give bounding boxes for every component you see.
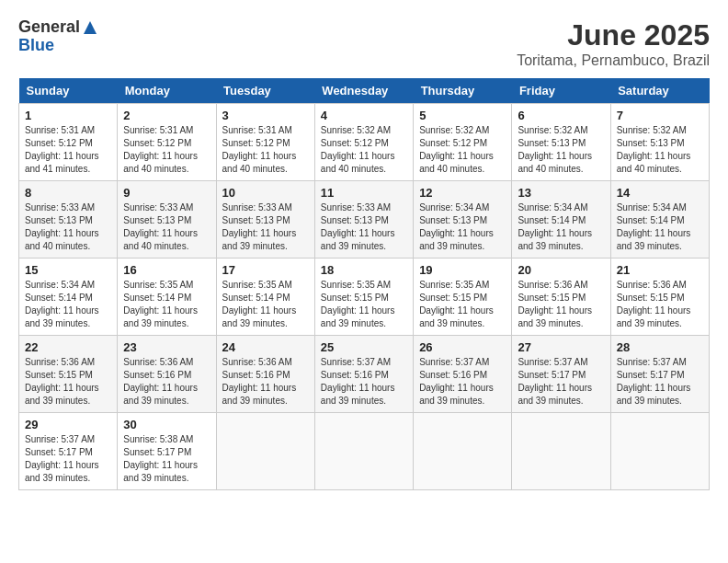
logo-text: General Blue	[18, 18, 100, 55]
col-thursday: Thursday	[414, 78, 512, 104]
day-info: Sunrise: 5:32 AM Sunset: 5:13 PM Dayligh…	[518, 124, 604, 176]
day-info: Sunrise: 5:36 AM Sunset: 5:15 PM Dayligh…	[25, 356, 111, 408]
table-row: 1Sunrise: 5:31 AM Sunset: 5:12 PM Daylig…	[19, 104, 118, 181]
day-info: Sunrise: 5:33 AM Sunset: 5:13 PM Dayligh…	[25, 201, 111, 253]
table-row: 22Sunrise: 5:36 AM Sunset: 5:15 PM Dayli…	[19, 336, 118, 413]
day-number: 10	[222, 186, 309, 200]
day-info: Sunrise: 5:36 AM Sunset: 5:16 PM Dayligh…	[222, 356, 309, 408]
day-info: Sunrise: 5:32 AM Sunset: 5:12 PM Dayligh…	[419, 124, 506, 176]
day-info: Sunrise: 5:33 AM Sunset: 5:13 PM Dayligh…	[222, 201, 309, 253]
col-tuesday: Tuesday	[216, 78, 314, 104]
day-number: 26	[419, 340, 506, 354]
table-row: 21Sunrise: 5:36 AM Sunset: 5:15 PM Dayli…	[610, 259, 709, 336]
table-row: 15Sunrise: 5:34 AM Sunset: 5:14 PM Dayli…	[19, 259, 118, 336]
col-sunday: Sunday	[19, 78, 118, 104]
table-row: 4Sunrise: 5:32 AM Sunset: 5:12 PM Daylig…	[314, 104, 413, 181]
day-number: 22	[25, 340, 111, 354]
day-number: 14	[617, 186, 703, 200]
calendar-week-row: 15Sunrise: 5:34 AM Sunset: 5:14 PM Dayli…	[19, 259, 710, 336]
day-number: 30	[123, 418, 210, 431]
day-number: 11	[321, 186, 407, 200]
day-info: Sunrise: 5:34 AM Sunset: 5:14 PM Dayligh…	[617, 201, 703, 253]
table-row	[610, 413, 709, 490]
day-info: Sunrise: 5:32 AM Sunset: 5:13 PM Dayligh…	[617, 124, 703, 176]
day-number: 15	[25, 263, 111, 277]
day-info: Sunrise: 5:33 AM Sunset: 5:13 PM Dayligh…	[123, 201, 210, 253]
col-saturday: Saturday	[610, 78, 709, 104]
logo: General Blue	[18, 18, 100, 55]
table-row	[314, 413, 413, 490]
day-number: 6	[518, 109, 604, 122]
table-row: 27Sunrise: 5:37 AM Sunset: 5:17 PM Dayli…	[512, 336, 610, 413]
day-number: 19	[419, 263, 506, 277]
table-row: 26Sunrise: 5:37 AM Sunset: 5:16 PM Dayli…	[414, 336, 512, 413]
day-number: 23	[123, 340, 210, 354]
day-number: 17	[222, 263, 309, 277]
svg-marker-0	[84, 21, 97, 34]
day-info: Sunrise: 5:35 AM Sunset: 5:14 PM Dayligh…	[222, 279, 309, 330]
day-number: 4	[321, 109, 407, 122]
day-number: 13	[518, 186, 604, 200]
table-row: 5Sunrise: 5:32 AM Sunset: 5:12 PM Daylig…	[414, 104, 512, 181]
table-row: 20Sunrise: 5:36 AM Sunset: 5:15 PM Dayli…	[512, 259, 610, 336]
calendar-week-row: 8Sunrise: 5:33 AM Sunset: 5:13 PM Daylig…	[19, 181, 710, 259]
table-row: 24Sunrise: 5:36 AM Sunset: 5:16 PM Dayli…	[216, 336, 314, 413]
table-row: 30Sunrise: 5:38 AM Sunset: 5:17 PM Dayli…	[118, 413, 216, 490]
day-info: Sunrise: 5:31 AM Sunset: 5:12 PM Dayligh…	[222, 124, 309, 176]
table-row: 2Sunrise: 5:31 AM Sunset: 5:12 PM Daylig…	[118, 104, 216, 181]
calendar-week-row: 29Sunrise: 5:37 AM Sunset: 5:17 PM Dayli…	[19, 413, 710, 490]
table-row: 8Sunrise: 5:33 AM Sunset: 5:13 PM Daylig…	[19, 181, 118, 259]
table-row	[216, 413, 314, 490]
table-row: 11Sunrise: 5:33 AM Sunset: 5:13 PM Dayli…	[314, 181, 413, 259]
table-row: 6Sunrise: 5:32 AM Sunset: 5:13 PM Daylig…	[512, 104, 610, 181]
table-row: 7Sunrise: 5:32 AM Sunset: 5:13 PM Daylig…	[610, 104, 709, 181]
day-info: Sunrise: 5:36 AM Sunset: 5:15 PM Dayligh…	[518, 279, 604, 330]
day-info: Sunrise: 5:35 AM Sunset: 5:15 PM Dayligh…	[321, 279, 407, 330]
day-number: 3	[222, 109, 309, 122]
month-title: June 2025	[517, 18, 710, 52]
table-row: 16Sunrise: 5:35 AM Sunset: 5:14 PM Dayli…	[118, 259, 216, 336]
day-number: 21	[617, 263, 703, 277]
title-area: June 2025 Toritama, Pernambuco, Brazil	[517, 18, 710, 69]
day-info: Sunrise: 5:37 AM Sunset: 5:16 PM Dayligh…	[419, 356, 506, 408]
day-number: 16	[123, 263, 210, 277]
table-row: 9Sunrise: 5:33 AM Sunset: 5:13 PM Daylig…	[118, 181, 216, 259]
day-number: 2	[123, 109, 210, 122]
day-info: Sunrise: 5:33 AM Sunset: 5:13 PM Dayligh…	[321, 201, 407, 253]
day-number: 12	[419, 186, 506, 200]
day-info: Sunrise: 5:37 AM Sunset: 5:17 PM Dayligh…	[518, 356, 604, 408]
day-info: Sunrise: 5:34 AM Sunset: 5:14 PM Dayligh…	[25, 279, 111, 330]
logo-content: General Blue	[18, 18, 100, 55]
day-info: Sunrise: 5:36 AM Sunset: 5:15 PM Dayligh…	[617, 279, 703, 330]
table-row: 28Sunrise: 5:37 AM Sunset: 5:17 PM Dayli…	[610, 336, 709, 413]
day-info: Sunrise: 5:34 AM Sunset: 5:13 PM Dayligh…	[419, 201, 506, 253]
calendar-week-row: 1Sunrise: 5:31 AM Sunset: 5:12 PM Daylig…	[19, 104, 710, 181]
day-info: Sunrise: 5:34 AM Sunset: 5:14 PM Dayligh…	[518, 201, 604, 253]
logo-general: General	[18, 18, 80, 37]
day-number: 9	[123, 186, 210, 200]
day-number: 18	[321, 263, 407, 277]
day-number: 27	[518, 340, 604, 354]
day-number: 25	[321, 340, 407, 354]
day-number: 29	[25, 418, 111, 431]
logo-blue: Blue	[18, 36, 54, 54]
table-row: 14Sunrise: 5:34 AM Sunset: 5:14 PM Dayli…	[610, 181, 709, 259]
table-row	[512, 413, 610, 490]
day-info: Sunrise: 5:35 AM Sunset: 5:15 PM Dayligh…	[419, 279, 506, 330]
col-wednesday: Wednesday	[314, 78, 413, 104]
table-row: 3Sunrise: 5:31 AM Sunset: 5:12 PM Daylig…	[216, 104, 314, 181]
day-info: Sunrise: 5:35 AM Sunset: 5:14 PM Dayligh…	[123, 279, 210, 330]
day-number: 24	[222, 340, 309, 354]
day-number: 7	[617, 109, 703, 122]
day-number: 8	[25, 186, 111, 200]
col-friday: Friday	[512, 78, 610, 104]
day-number: 5	[419, 109, 506, 122]
table-row: 13Sunrise: 5:34 AM Sunset: 5:14 PM Dayli…	[512, 181, 610, 259]
day-info: Sunrise: 5:31 AM Sunset: 5:12 PM Dayligh…	[25, 124, 111, 176]
logo-arrow-icon	[82, 19, 98, 36]
table-row	[414, 413, 512, 490]
table-row: 23Sunrise: 5:36 AM Sunset: 5:16 PM Dayli…	[118, 336, 216, 413]
day-info: Sunrise: 5:37 AM Sunset: 5:17 PM Dayligh…	[25, 433, 111, 485]
table-row: 17Sunrise: 5:35 AM Sunset: 5:14 PM Dayli…	[216, 259, 314, 336]
day-info: Sunrise: 5:31 AM Sunset: 5:12 PM Dayligh…	[123, 124, 210, 176]
